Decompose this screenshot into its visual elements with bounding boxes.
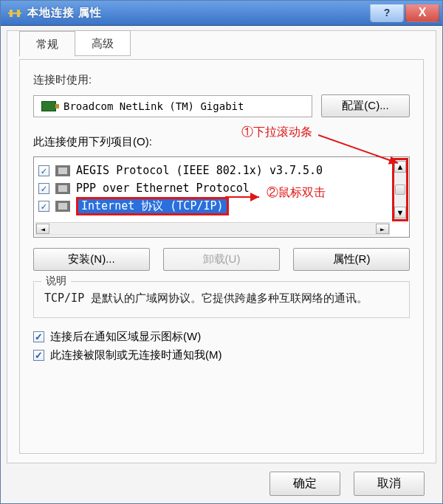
window-title: 本地连接 属性: [27, 6, 102, 20]
cancel-button[interactable]: 取消: [354, 472, 425, 496]
window-buttons: ? X: [368, 4, 439, 22]
description-group: 说明 TCP/IP 是默认的广域网协议。它提供跨越多种互联网络的通讯。: [33, 281, 410, 318]
protocol-icon: [55, 165, 70, 176]
option-notify-row[interactable]: 此连接被限制或无连接时通知我(M): [33, 348, 410, 362]
list-item[interactable]: AEGIS Protocol (IEEE 802.1x) v3.7.5.0: [37, 162, 406, 179]
list-item-selected[interactable]: Internet 协议 (TCP/IP): [37, 197, 406, 215]
option-show-icon-label: 连接后在通知区域显示图标(W): [50, 330, 201, 344]
adapter-box: Broadcom NetLink (TM) Gigabit: [33, 95, 312, 117]
items-label-text: 此连接使用下列项目(O):: [33, 135, 152, 148]
item-buttons-row: 安装(N)... 卸载(U) 属性(R): [33, 248, 410, 271]
install-button[interactable]: 安装(N)...: [33, 248, 150, 271]
items-label: 此连接使用下列项目(O):: [33, 135, 410, 149]
checkbox-icon[interactable]: [38, 201, 49, 212]
description-text: TCP/IP 是默认的广域网协议。它提供跨越多种互联网络的通讯。: [44, 289, 399, 307]
app-icon: [8, 8, 21, 18]
list-item-label: AEGIS Protocol (IEEE 802.1x) v3.7.5.0: [76, 164, 323, 177]
scroll-thumb[interactable]: [395, 184, 405, 195]
svg-rect-2: [17, 10, 20, 17]
dialog-window: 本地连接 属性 ? X 常规 高级 连接时使用: Broadcom NetLin…: [0, 0, 443, 504]
option-notify-label: 此连接被限制或无连接时通知我(M): [50, 348, 222, 362]
option-show-icon-row[interactable]: 连接后在通知区域显示图标(W): [33, 330, 410, 344]
list-item[interactable]: PPP over Ethernet Protocol: [37, 179, 406, 197]
description-legend: 说明: [41, 275, 71, 288]
titlebar: 本地连接 属性 ? X: [1, 1, 442, 26]
properties-button-label: 属性(R): [333, 252, 371, 265]
install-button-label: 安装(N)...: [68, 252, 114, 265]
checkbox-icon[interactable]: [38, 165, 49, 176]
items-listbox[interactable]: AEGIS Protocol (IEEE 802.1x) v3.7.5.0 PP…: [33, 156, 410, 238]
ok-button-label: 确定: [293, 477, 317, 489]
svg-rect-1: [10, 10, 13, 17]
list-item-label: Internet 协议 (TCP/IP): [76, 197, 229, 215]
horizontal-scrollbar[interactable]: ◄ ►: [35, 222, 390, 235]
cancel-button-label: 取消: [377, 477, 401, 489]
dialog-body: 常规 高级 连接时使用: Broadcom NetLink (TM) Gigab…: [7, 30, 436, 463]
tab-advanced[interactable]: 高级: [75, 30, 131, 56]
adapter-row: Broadcom NetLink (TM) Gigabit 配置(C)...: [33, 94, 410, 117]
scroll-left-icon[interactable]: ◄: [36, 224, 49, 234]
configure-button[interactable]: 配置(C)...: [321, 94, 410, 117]
network-card-icon: [41, 101, 56, 111]
connect-using-label: 连接时使用:: [33, 73, 410, 87]
tab-strip: 常规 高级: [19, 30, 131, 56]
checkbox-icon[interactable]: [33, 331, 44, 342]
scroll-right-icon[interactable]: ►: [376, 224, 389, 234]
dialog-footer: 确定 取消: [1, 463, 442, 503]
protocol-icon: [55, 183, 70, 194]
tab-general[interactable]: 常规: [19, 31, 75, 57]
uninstall-button: 卸载(U): [163, 248, 280, 271]
properties-button[interactable]: 属性(R): [293, 248, 410, 271]
list-item-label: PPP over Ethernet Protocol: [76, 182, 250, 195]
configure-button-label: 配置(C)...: [342, 99, 388, 111]
uninstall-button-label: 卸载(U): [203, 252, 241, 265]
scroll-down-icon[interactable]: ▼: [394, 207, 406, 218]
scroll-up-icon[interactable]: ▲: [394, 161, 406, 173]
ok-button[interactable]: 确定: [269, 472, 340, 496]
adapter-name: Broadcom NetLink (TM) Gigabit: [63, 100, 244, 112]
vertical-scrollbar[interactable]: ▲ ▼: [392, 158, 408, 221]
protocol-icon: [55, 201, 70, 212]
items-list-wrap: AEGIS Protocol (IEEE 802.1x) v3.7.5.0 PP…: [33, 156, 410, 238]
tab-panel-general: 连接时使用: Broadcom NetLink (TM) Gigabit 配置(…: [19, 59, 424, 454]
close-button[interactable]: X: [405, 4, 439, 22]
checkbox-icon[interactable]: [38, 183, 49, 194]
help-button[interactable]: ?: [370, 4, 404, 22]
checkbox-icon[interactable]: [33, 350, 44, 361]
